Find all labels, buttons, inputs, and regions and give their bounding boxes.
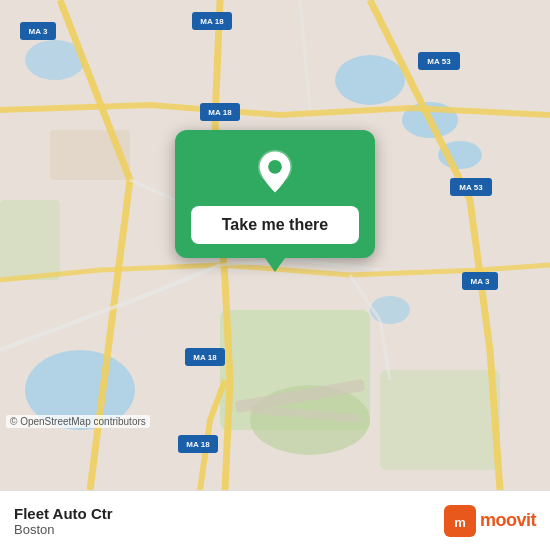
- map-attribution: © OpenStreetMap contributors: [6, 415, 150, 428]
- svg-point-31: [268, 160, 282, 174]
- location-popup: Take me there: [175, 130, 375, 258]
- svg-text:MA 18: MA 18: [208, 108, 232, 117]
- place-city: Boston: [14, 522, 113, 537]
- location-pin-icon: [251, 148, 299, 196]
- moovit-text: moovit: [480, 510, 536, 531]
- svg-text:MA 3: MA 3: [471, 277, 490, 286]
- svg-rect-10: [380, 370, 500, 470]
- map-container: MA 3 MA 18 MA 53 MA 18 MA 53 MA 3 MA 18 …: [0, 0, 550, 490]
- moovit-icon: m: [444, 505, 476, 537]
- svg-point-6: [370, 296, 410, 324]
- svg-text:MA 53: MA 53: [459, 183, 483, 192]
- bottom-bar: Fleet Auto Ctr Boston m moovit: [0, 490, 550, 550]
- svg-text:MA 18: MA 18: [186, 440, 210, 449]
- svg-text:MA 18: MA 18: [200, 17, 224, 26]
- place-info: Fleet Auto Ctr Boston: [14, 505, 113, 537]
- svg-rect-9: [0, 200, 60, 280]
- place-name: Fleet Auto Ctr: [14, 505, 113, 522]
- take-me-there-button[interactable]: Take me there: [191, 206, 359, 244]
- svg-point-2: [335, 55, 405, 105]
- svg-text:MA 18: MA 18: [193, 353, 217, 362]
- svg-text:MA 53: MA 53: [427, 57, 451, 66]
- svg-text:m: m: [454, 515, 466, 530]
- svg-text:MA 3: MA 3: [29, 27, 48, 36]
- moovit-logo: m moovit: [444, 505, 536, 537]
